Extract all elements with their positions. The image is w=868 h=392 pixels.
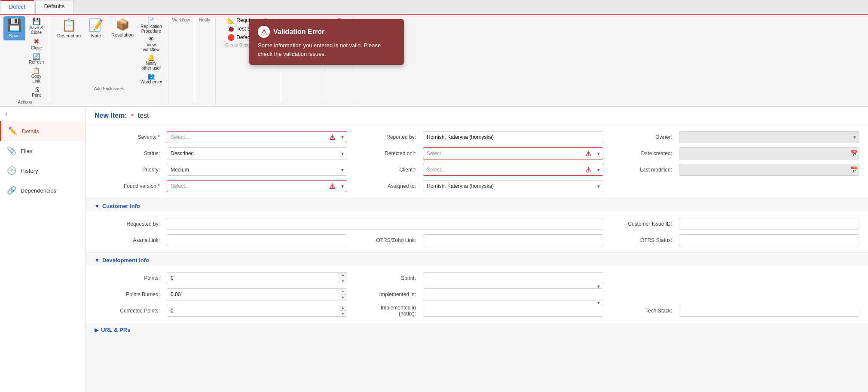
found-version-dropdown-arrow: ▼ [340, 184, 345, 189]
save-icon: 💾 [7, 18, 22, 32]
implemented-hotfix-label: Implemented in (hotfix): [351, 305, 419, 317]
sidebar-item-details[interactable]: ✏️ Details [0, 121, 86, 141]
tab-defaults[interactable]: Defaults [35, 0, 74, 14]
points-burned-up[interactable]: ▲ [339, 288, 347, 294]
sidebar-item-history[interactable]: 🕐 History [0, 161, 86, 181]
corrected-points-up[interactable]: ▲ [339, 305, 347, 311]
files-icon: 📎 [7, 146, 16, 156]
tab-defect[interactable]: Defect [0, 0, 34, 14]
owner-select[interactable] [679, 131, 859, 143]
replication-procedure-button[interactable]: 📄 ReplicationProcedure [138, 16, 165, 34]
main-form-grid: Severity:* Select... ⚠ ▼ Reported by: Ow… [95, 131, 859, 192]
new-item-title: test [138, 112, 149, 119]
points-down[interactable]: ▼ [339, 278, 347, 284]
ribbon-workflow-group: Workflow [168, 16, 194, 104]
severity-error-icon: ⚠ [329, 133, 335, 141]
requested-by-input[interactable] [167, 218, 603, 230]
asana-link-input[interactable] [167, 234, 347, 246]
development-info-heading[interactable]: ▼ Development Info [86, 253, 868, 266]
development-info-label: Development Info [102, 257, 149, 263]
customer-issue-id-input[interactable] [679, 218, 859, 230]
severity-placeholder: Select... [171, 134, 189, 140]
sidebar-item-dependencies[interactable]: 🔗 Dependencies [0, 181, 86, 200]
date-created-input[interactable] [679, 147, 859, 159]
implemented-hotfix-input[interactable] [423, 305, 603, 317]
tab-bar: Defect Defaults [0, 0, 868, 15]
validation-error-title: ⚠ Validation Error [258, 26, 395, 38]
url-prs-chevron: ▶ [95, 327, 98, 333]
description-icon: 📋 [61, 18, 76, 32]
customer-info-label: Customer Info [102, 203, 140, 209]
save-button[interactable]: 💾 Save [3, 16, 25, 40]
copy-link-icon: 📋 [33, 67, 40, 74]
otrs-status-input[interactable] [679, 234, 859, 246]
points-up[interactable]: ▲ [339, 272, 347, 278]
watchers-button[interactable]: 👥 Watchers ▾ [138, 72, 165, 85]
main-fields-section: Severity:* Select... ⚠ ▼ Reported by: Ow… [86, 125, 868, 199]
detected-on-error-icon: ⚠ [585, 150, 591, 158]
notify-other-user-button[interactable]: 🔔 Notifyother user [138, 53, 165, 71]
points-input[interactable] [167, 273, 339, 283]
view-workflow-button[interactable]: 👁 Viewworkflow [138, 35, 165, 53]
customer-info-heading[interactable]: ▼ Customer Info [86, 199, 868, 212]
points-burned-spin: ▲ ▼ [167, 288, 347, 300]
new-item-required-star: * [131, 113, 134, 119]
refresh-button[interactable]: 🔄 Refresh [26, 52, 46, 65]
assigned-to-label: Assigned to: [351, 183, 419, 189]
client-select[interactable]: Select... [423, 164, 603, 176]
validation-error-popup: ⚠ Validation Error Some information you … [249, 19, 404, 65]
customer-info-fields: Requested by: Customer Issue ID: Asana L… [86, 212, 868, 253]
otrs-zoho-link-input[interactable] [423, 234, 603, 246]
save-close-button[interactable]: 💾 Save &Close [26, 16, 46, 36]
resolution-button[interactable]: 📦 Resolution [108, 16, 137, 40]
close-button[interactable]: ✖ Close [26, 37, 46, 51]
url-prs-section[interactable]: ▶ URL & PRs [86, 323, 868, 337]
detected-on-placeholder: Select... [427, 150, 445, 156]
client-dropdown-arrow: ▼ [596, 168, 601, 172]
date-created-field: 📅 [679, 147, 859, 159]
found-version-select[interactable]: Select... [167, 180, 347, 192]
history-icon: 🕐 [7, 166, 16, 175]
watchers-icon: 👥 [147, 73, 155, 80]
content-header: New Item: * test [86, 107, 868, 125]
priority-value: Medium [171, 167, 189, 173]
implemented-hotfix-field [423, 305, 603, 317]
date-created-label: Date created: [607, 150, 675, 156]
implemented-in-select[interactable] [423, 288, 603, 300]
status-select[interactable]: Described [167, 147, 347, 159]
copy-link-button[interactable]: 📋 CopyLink [26, 66, 46, 84]
found-version-placeholder: Select... [171, 183, 189, 189]
assigned-to-value: Hornish, Kateryna (hornyska) [427, 183, 494, 189]
reported-by-input[interactable] [423, 131, 603, 143]
sprint-field: ▼ [423, 272, 603, 284]
priority-select[interactable]: Medium [167, 164, 347, 176]
print-icon: 🖨 [34, 86, 40, 93]
severity-select[interactable]: Select... [167, 131, 347, 143]
sidebar-toggle[interactable]: ‹ [0, 107, 86, 121]
print-button[interactable]: 🖨 Print [26, 85, 46, 98]
requirement-icon: 📐 [227, 17, 235, 24]
sidebar-label-details: Details [22, 128, 39, 135]
points-burned-input[interactable] [167, 290, 339, 299]
sidebar-item-files[interactable]: 📎 Files [0, 141, 86, 161]
sprint-select[interactable] [423, 272, 603, 284]
detected-on-select[interactable]: Select... [423, 147, 603, 159]
client-error-icon: ⚠ [585, 166, 591, 174]
corrected-points-input[interactable] [167, 306, 339, 315]
assigned-to-select[interactable]: Hornish, Kateryna (hornyska) [423, 180, 603, 192]
client-placeholder: Select... [427, 167, 445, 173]
detected-on-label: Detected on:* [351, 150, 419, 156]
test-scenario-icon: 🐞 [227, 25, 235, 32]
corrected-points-down[interactable]: ▼ [339, 311, 347, 317]
defect-icon: 🔴 [227, 34, 235, 41]
last-modified-input[interactable] [679, 164, 859, 176]
priority-label: Priority: [95, 167, 163, 173]
date-created-calendar-icon[interactable]: 📅 [850, 150, 858, 157]
note-button[interactable]: 📝 Note [85, 16, 107, 40]
points-burned-down[interactable]: ▼ [339, 294, 347, 300]
last-modified-calendar-icon[interactable]: 📅 [850, 166, 858, 173]
tech-stack-input[interactable] [679, 305, 859, 317]
owner-field: ▼ [679, 131, 859, 143]
reported-by-label: Reported by: [351, 134, 419, 140]
description-button[interactable]: 📋 Description [54, 16, 84, 40]
